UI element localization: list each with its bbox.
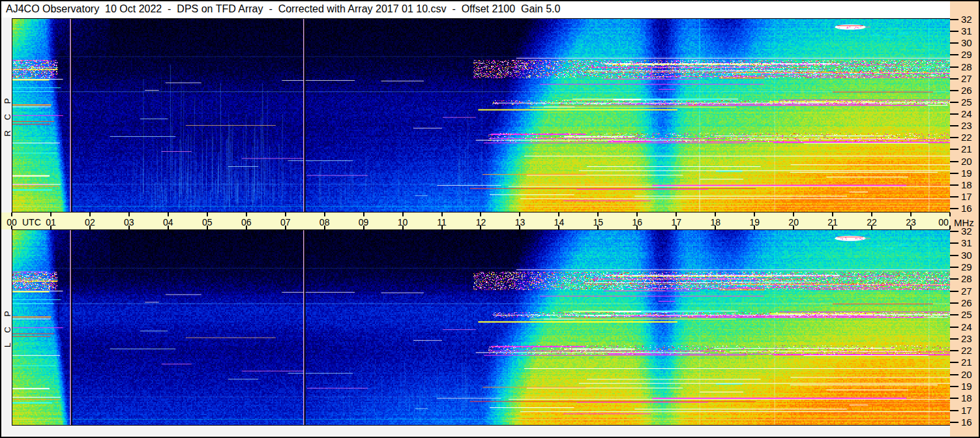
time-axis-utc-label: UTC — [22, 217, 41, 227]
hour-label: 00 — [934, 217, 953, 227]
hour-label: 20 — [784, 217, 803, 227]
freq-tick-label: 31 — [961, 25, 972, 36]
freq-tick — [950, 314, 958, 315]
freq-tick — [950, 327, 958, 328]
freq-tick-label: 18 — [961, 392, 972, 403]
hour-tick-top — [636, 212, 638, 216]
hour-label: 09 — [355, 217, 373, 227]
hour-tick-top — [285, 212, 286, 216]
freq-tick — [950, 78, 958, 80]
hour-label: 01 — [42, 217, 60, 227]
hour-label: 05 — [198, 217, 216, 227]
freq-tick-label: 19 — [961, 381, 972, 392]
hour-label: 06 — [237, 217, 256, 227]
hour-tick-top — [363, 212, 364, 216]
title-bar: AJ4CO Observatory 10 Oct 2022 - DPS on T… — [1, 1, 950, 18]
freq-tick — [950, 102, 958, 103]
hour-tick-top — [949, 212, 951, 216]
freq-tick-label: 20 — [961, 369, 972, 380]
hour-label: 07 — [276, 217, 295, 227]
freq-tick-label: 32 — [961, 14, 972, 25]
hour-tick-top — [402, 212, 404, 216]
freq-tick-label: 24 — [961, 321, 972, 332]
freq-tick-label: 26 — [961, 85, 972, 96]
freq-tick — [950, 208, 958, 209]
freq-tick — [950, 113, 958, 115]
polarization-label-rcp: R C P — [3, 73, 12, 158]
freq-tick — [950, 196, 958, 197]
freq-tick-label: 23 — [961, 333, 972, 344]
freq-tick — [950, 302, 958, 304]
hour-tick-top — [715, 212, 716, 216]
spectrogram-panel-rcp — [12, 18, 951, 212]
freq-tick — [950, 54, 958, 55]
hour-label: 08 — [316, 217, 334, 227]
freq-tick — [950, 173, 958, 174]
freq-tick — [950, 350, 958, 351]
hour-tick-top — [324, 212, 325, 216]
freq-tick — [950, 278, 958, 280]
freq-tick — [950, 66, 958, 68]
freq-tick — [950, 398, 958, 399]
freq-tick-label: 20 — [961, 156, 972, 167]
hour-label: 04 — [159, 217, 177, 227]
hour-label: 23 — [902, 217, 920, 227]
spectrogram-panel-lcp — [12, 229, 951, 426]
freq-tick-label: 28 — [961, 61, 972, 72]
hour-tick-top — [871, 212, 872, 216]
freq-tick-label: 32 — [961, 226, 972, 237]
app-window: AJ4CO Observatory 10 Oct 2022 - DPS on T… — [0, 0, 980, 438]
hour-tick-top — [832, 212, 833, 216]
hour-label: 19 — [745, 217, 764, 227]
freq-tick — [950, 184, 958, 186]
freq-tick-label: 24 — [961, 108, 972, 119]
freq-tick — [950, 149, 958, 150]
freq-tick — [950, 125, 958, 126]
hour-label: 15 — [589, 217, 607, 227]
bottom-margin — [1, 426, 950, 437]
hour-tick-top — [168, 212, 169, 216]
hour-tick-top — [676, 212, 677, 216]
hour-label: 21 — [824, 217, 842, 227]
hour-tick-top — [597, 212, 599, 216]
freq-tick-label: 28 — [961, 273, 972, 284]
freq-tick — [950, 255, 958, 256]
freq-tick-label: 19 — [961, 168, 972, 179]
freq-tick-label: 21 — [961, 143, 972, 154]
hour-tick-top — [793, 212, 794, 216]
hour-tick-top — [558, 212, 559, 216]
hour-label: 22 — [863, 217, 881, 227]
hour-label: 17 — [667, 217, 685, 227]
freq-tick — [950, 161, 958, 162]
hour-label: 02 — [81, 217, 99, 227]
freq-tick — [950, 31, 958, 32]
hour-label: 00 — [3, 217, 21, 227]
hour-tick-top — [246, 212, 247, 216]
freq-tick — [950, 291, 958, 292]
freq-tick-label: 30 — [961, 250, 972, 261]
hour-tick-top — [519, 212, 520, 216]
hour-tick-top — [50, 212, 52, 216]
freq-tick-label: 27 — [961, 285, 972, 297]
freq-tick-label: 31 — [961, 237, 972, 248]
freq-tick — [950, 422, 958, 423]
hour-label: 16 — [628, 217, 646, 227]
freq-tick — [950, 242, 958, 244]
freq-tick-label: 22 — [961, 132, 972, 143]
freq-tick — [950, 231, 958, 232]
freq-tick-label: 21 — [961, 357, 972, 368]
hour-label: 10 — [394, 217, 412, 227]
freq-tick-label: 16 — [961, 203, 972, 214]
hour-tick-top — [89, 212, 91, 216]
hour-tick-top — [754, 212, 755, 216]
freq-tick-label: 27 — [961, 73, 972, 84]
hour-label: 13 — [511, 217, 529, 227]
freq-tick — [950, 19, 958, 20]
hour-tick-top — [207, 212, 208, 216]
hour-label: 03 — [120, 217, 138, 227]
hour-tick-top — [910, 212, 912, 216]
freq-tick-label: 25 — [961, 96, 972, 108]
freq-tick — [950, 90, 958, 91]
freq-tick — [950, 362, 958, 363]
polarization-label-lcp: L C P — [3, 285, 12, 370]
